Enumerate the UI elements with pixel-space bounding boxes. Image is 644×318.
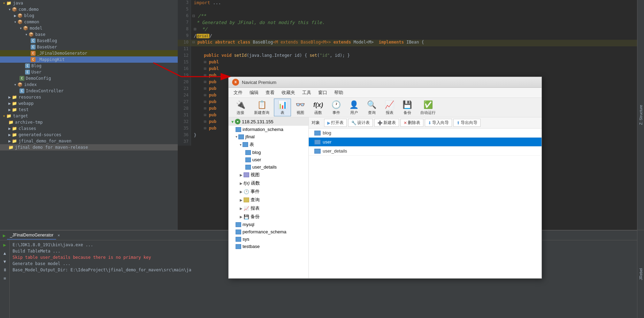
tree-item-classes[interactable]: ▶ 📁 classes xyxy=(0,125,178,132)
structure-sidebar[interactable]: Z: Structure xyxy=(637,0,644,230)
navicat-table-list: blog user user_details xyxy=(309,129,542,278)
nav-tree-table-blog[interactable]: blog xyxy=(229,149,308,156)
nav-btn-backup[interactable]: 💾 备份 xyxy=(399,99,416,116)
jrebel-sidebar[interactable]: JRebel xyxy=(637,230,644,318)
navicat-window: N Navicat Premium 文件 编辑 查看 收藏夹 工具 窗口 帮助 … xyxy=(228,77,542,279)
navicat-toolbar: 🔌 连接 📋 新建查询 📊 表 👓 视图 f(x) 函数 xyxy=(229,98,542,117)
tree-item-base[interactable]: ▾ 📦 base xyxy=(0,31,178,38)
tree-item-BaseUser[interactable]: C BaseUser xyxy=(0,44,178,50)
tree-item-webapp[interactable]: ▶ 📁 webapp xyxy=(0,100,178,107)
tree-item-User[interactable]: C User xyxy=(0,69,178,75)
nav-tree-perf-schema[interactable]: performance_schema xyxy=(229,228,308,235)
import-wizard-btn[interactable]: ⬇ 导入向导 xyxy=(425,119,452,127)
navicat-object-bar: 对象 ▶ 打开表 🔧 设计表 ➕ 新建表 ✕ 删除表 xyxy=(309,117,542,129)
tree-item-Blog[interactable]: C Blog xyxy=(0,63,178,69)
run-toolbar: ▶ ▲ ▼ ⏸ ≡ xyxy=(0,240,10,318)
navicat-menubar: 文件 编辑 查看 收藏夹 工具 窗口 帮助 xyxy=(229,88,542,98)
tree-item-JFinalDemoGenerator[interactable]: C _JFinalDemoGenerator xyxy=(0,50,178,56)
menu-help[interactable]: 帮助 xyxy=(331,88,347,97)
nav-tree-testbase[interactable]: testbase xyxy=(229,243,308,250)
nav-tree-info-schema[interactable]: information_schema xyxy=(229,126,308,133)
tree-item-target[interactable]: ▾ 📁 target xyxy=(0,113,178,119)
run-stop-btn[interactable]: ⏸ xyxy=(2,267,8,273)
nav-tree-table-group[interactable]: ▾ 表 xyxy=(229,140,308,149)
navicat-title: Navicat Premium xyxy=(242,80,276,85)
tree-item-blog[interactable]: ▶ 📦 blog xyxy=(0,13,178,19)
menu-favorites[interactable]: 收藏夹 xyxy=(278,88,299,97)
tree-item-test[interactable]: ▶ 📁 test xyxy=(0,107,178,113)
structure-label: Z: Structure xyxy=(639,105,643,125)
menu-edit[interactable]: 编辑 xyxy=(246,88,262,97)
run-play-btn[interactable]: ▶ xyxy=(2,242,8,248)
navicat-left-tree: ▾ ● 118.25.131.155 information_schema ▾ … xyxy=(229,117,309,278)
code-line-8: 8 ⊞ */ xyxy=(178,26,637,33)
nav-btn-report[interactable]: 📈 报表 xyxy=(381,99,398,116)
code-line-9: 9 /@rial/ xyxy=(178,33,637,40)
code-line-6: 6 ⊟ /** xyxy=(178,13,637,20)
navicat-right-panel: 对象 ▶ 打开表 🔧 设计表 ➕ 新建表 ✕ 删除表 xyxy=(309,117,542,278)
delete-table-btn[interactable]: ✕ 删除表 xyxy=(400,119,423,127)
nav-tree-table-user[interactable]: user xyxy=(229,156,308,163)
code-line-15: 15 ⊞ publ xyxy=(178,60,637,66)
table-row-user[interactable]: user xyxy=(309,138,542,147)
nav-btn-new-query[interactable]: 📋 新建查询 xyxy=(250,99,273,116)
nav-tree-view-group[interactable]: ▶ 视图 xyxy=(229,171,308,179)
nav-btn-user[interactable]: 👤 用户 xyxy=(345,99,362,116)
nav-tree-event-group[interactable]: ▶ 🕐 事件 xyxy=(229,187,308,196)
nav-tree-query-group[interactable]: ▶ 查询 xyxy=(229,196,308,204)
tree-item-resources[interactable]: ▶ 📁 resources xyxy=(0,94,178,100)
nav-tree-backup-group[interactable]: ▶ 💾 备份 xyxy=(229,212,308,221)
nav-tree-function-group[interactable]: ▶ f(x) 函数 xyxy=(229,179,308,187)
nav-btn-event[interactable]: 🕐 事件 xyxy=(328,99,345,116)
tree-item-IndexController[interactable]: C IndexController xyxy=(0,88,178,94)
export-wizard-btn[interactable]: ⬆ 导出向导 xyxy=(453,119,481,127)
menu-file[interactable]: 文件 xyxy=(230,88,246,97)
run-tab-icon: ▶ xyxy=(3,233,6,238)
project-tree: ▾ 📁 java ▾ 📦 com.demo ▶ 📦 blog ▾ 📦 commo… xyxy=(0,0,178,230)
open-table-btn[interactable]: ▶ 打开表 xyxy=(324,119,347,127)
menu-view[interactable]: 查看 xyxy=(262,88,278,97)
nav-btn-view[interactable]: 👓 视图 xyxy=(292,99,309,116)
tree-item-MappingKit[interactable]: C _MappingKit xyxy=(0,56,178,63)
nav-tree-report-group[interactable]: ▶ 📈 报表 xyxy=(229,204,308,212)
code-line-11: 11 xyxy=(178,46,637,53)
nav-tree-table-user-details[interactable]: user_details xyxy=(229,163,308,171)
code-line-5: 5 xyxy=(178,7,637,13)
new-table-btn[interactable]: ➕ 新建表 xyxy=(374,119,399,127)
run-up-btn[interactable]: ▲ xyxy=(2,250,8,256)
nav-btn-query[interactable]: 🔍 查询 xyxy=(363,99,380,116)
nav-tree-server[interactable]: ▾ ● 118.25.131.155 xyxy=(229,117,308,126)
nav-tree-jfinal[interactable]: ▾ jfinal xyxy=(229,133,308,140)
nav-btn-connect[interactable]: 🔌 连接 xyxy=(231,99,250,116)
tree-item-archive-tmp[interactable]: 📁 archive-tmp xyxy=(0,119,178,125)
tree-item-DemoConfig[interactable]: C DemoConfig xyxy=(0,75,178,82)
navicat-logo-icon: N xyxy=(232,79,239,86)
menu-window[interactable]: 窗口 xyxy=(315,88,331,97)
run-lines-btn[interactable]: ≡ xyxy=(2,275,8,281)
tree-item-jfinal-release[interactable]: 📁 jfinal demo for maven-release xyxy=(0,144,178,150)
menu-tools[interactable]: 工具 xyxy=(299,88,315,97)
tree-item-java[interactable]: ▾ 📁 java xyxy=(0,0,178,6)
tree-item-index[interactable]: ▾ 📦 index xyxy=(0,82,178,88)
tree-item-model[interactable]: ▾ 📦 model xyxy=(0,25,178,31)
tree-item-generated-sources[interactable]: ▶ 📁 generated-sources xyxy=(0,132,178,138)
tree-item-jfinal-demo[interactable]: ▶ 📁 jfinal_demo_for_maven xyxy=(0,138,178,144)
table-row-user-details[interactable]: user_details xyxy=(309,147,542,156)
code-line-16: 16 ⊞ publ xyxy=(178,66,637,73)
tree-item-BaseBlog[interactable]: C BaseBlog xyxy=(0,38,178,44)
object-label: 对象 xyxy=(312,120,320,126)
nav-btn-table[interactable]: 📊 表 xyxy=(274,99,291,116)
run-tab-label[interactable]: _JFinalDemoGenerator xyxy=(7,231,56,240)
tree-item-com-demo[interactable]: ▾ 📦 com.demo xyxy=(0,6,178,13)
table-row-blog[interactable]: blog xyxy=(309,129,542,138)
design-table-btn[interactable]: 🔧 设计表 xyxy=(348,119,373,127)
tree-item-common[interactable]: ▾ 📦 common xyxy=(0,19,178,25)
run-down-btn[interactable]: ▼ xyxy=(2,258,8,265)
navicat-title-bar: N Navicat Premium xyxy=(229,77,542,88)
nav-btn-function[interactable]: f(x) 函数 xyxy=(309,99,327,116)
code-line-12: 12 public void setId(java.lang.Integer i… xyxy=(178,53,637,60)
nav-tree-sys[interactable]: sys xyxy=(229,235,308,243)
run-tab-close[interactable]: ✕ xyxy=(58,233,60,238)
nav-btn-autorun[interactable]: ✅ 自动运行 xyxy=(416,99,439,116)
nav-tree-mysql[interactable]: mysql xyxy=(229,221,308,228)
